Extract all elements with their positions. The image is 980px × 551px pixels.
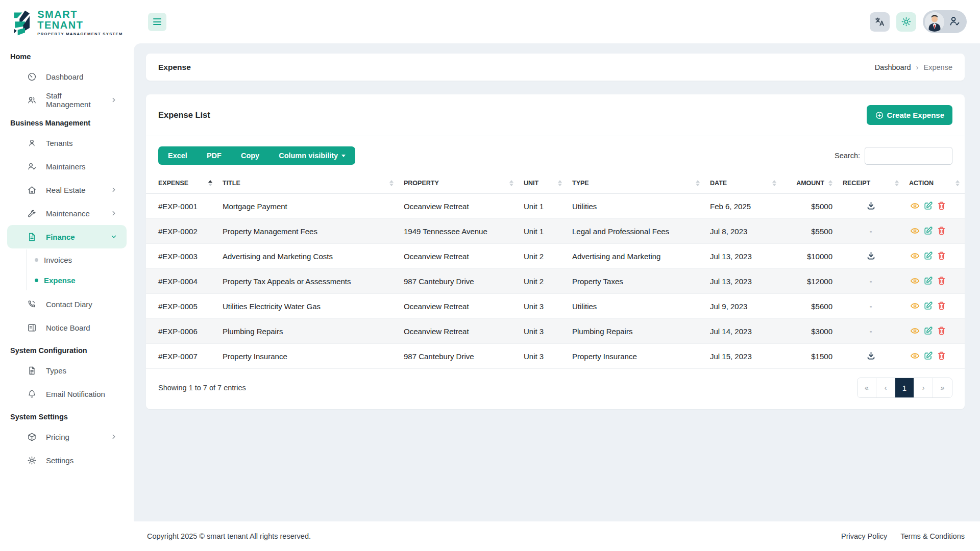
- column-header-title[interactable]: TITLE: [217, 173, 399, 194]
- view-button[interactable]: [909, 300, 921, 312]
- sort-arrows-icon: [208, 180, 212, 186]
- pagination-page-1-button[interactable]: 1: [895, 378, 914, 397]
- column-header-unit[interactable]: UNIT: [519, 173, 567, 194]
- sidebar-item-tenants[interactable]: Tenants: [7, 131, 127, 155]
- edit-button[interactable]: [922, 350, 934, 362]
- delete-button[interactable]: [936, 225, 947, 237]
- hamburger-menu-button[interactable]: [148, 13, 166, 31]
- delete-button[interactable]: [936, 300, 947, 312]
- cell-title: Mortgage Payment: [217, 194, 399, 219]
- column-header-amount[interactable]: AMOUNT: [781, 173, 838, 194]
- sidebar-item-real-estate[interactable]: Real Estate: [7, 178, 127, 202]
- delete-button[interactable]: [936, 275, 947, 287]
- view-button[interactable]: [909, 350, 921, 362]
- edit-button[interactable]: [922, 300, 934, 312]
- profile-menu[interactable]: [923, 10, 967, 33]
- sidebar-item-maintainers[interactable]: Maintainers: [7, 155, 127, 178]
- edit-icon: [923, 201, 933, 211]
- cell-type: Utilities: [567, 294, 705, 319]
- delete-button[interactable]: [936, 250, 947, 262]
- breadcrumb: Dashboard › Expense: [875, 63, 952, 71]
- user-check-icon: [27, 161, 37, 171]
- cell-amount: $10000: [781, 244, 838, 269]
- column-header-label: PROPERTY: [404, 180, 439, 187]
- trash-icon: [937, 226, 946, 236]
- edit-button[interactable]: [922, 250, 934, 262]
- translate-button[interactable]: [870, 12, 890, 32]
- column-header-action[interactable]: ACTION: [904, 173, 965, 194]
- sidebar-item-notice-board[interactable]: Notice Board: [7, 316, 127, 339]
- download-icon: [866, 351, 876, 361]
- sidebar-item-maintenance[interactable]: Maintenance: [7, 202, 127, 225]
- edit-button[interactable]: [922, 325, 934, 337]
- search-input[interactable]: [865, 147, 952, 165]
- sidebar-item-types[interactable]: Types: [7, 359, 127, 382]
- sidebar-item-dashboard[interactable]: Dashboard: [7, 65, 127, 88]
- view-button[interactable]: [909, 325, 921, 337]
- column-header-property[interactable]: PROPERTY: [399, 173, 519, 194]
- edit-button[interactable]: [922, 200, 934, 212]
- sidebar-item-settings[interactable]: Settings: [7, 448, 127, 472]
- sidebar-item-label: Real Estate: [46, 186, 101, 194]
- sidebar-item-label: Contact Diary: [46, 300, 117, 309]
- copy-export-button[interactable]: Copy: [231, 146, 269, 165]
- view-button[interactable]: [909, 250, 921, 262]
- view-button[interactable]: [909, 275, 921, 287]
- pagination-previous-button[interactable]: ‹: [876, 378, 895, 397]
- cell-expense-id: #EXP-0002: [146, 219, 217, 244]
- sidebar-item-contact-diary[interactable]: Contact Diary: [7, 292, 127, 316]
- edit-icon: [923, 251, 933, 261]
- sort-arrows-icon: [772, 180, 776, 186]
- sidebar-item-finance[interactable]: Finance: [7, 225, 127, 248]
- pagination-first-button[interactable]: «: [857, 378, 876, 397]
- pagination-last-button[interactable]: »: [933, 378, 952, 397]
- breadcrumb-dashboard-link[interactable]: Dashboard: [875, 63, 911, 71]
- sidebar-submenu-finance: InvoicesExpense: [27, 249, 134, 290]
- table-toolbar: ExcelPDFCopy Column visibility Search:: [146, 136, 965, 173]
- no-receipt-dash: -: [870, 327, 872, 336]
- avatar: [925, 12, 944, 32]
- cell-type: Property Insurance: [567, 344, 705, 369]
- column-header-label: TYPE: [572, 180, 589, 187]
- eye-icon: [910, 351, 920, 361]
- view-button[interactable]: [909, 225, 921, 237]
- download-receipt-button[interactable]: [865, 350, 877, 362]
- excel-export-button[interactable]: Excel: [158, 146, 197, 165]
- home-icon: [27, 185, 37, 195]
- cell-action: [904, 294, 965, 319]
- settings-topbar-button[interactable]: [896, 12, 916, 32]
- column-header-receipt[interactable]: RECEIPT: [838, 173, 904, 194]
- column-visibility-button[interactable]: Column visibility: [269, 146, 355, 165]
- sidebar-subitem-invoices[interactable]: Invoices: [27, 249, 134, 270]
- column-header-type[interactable]: TYPE: [567, 173, 705, 194]
- trash-icon: [937, 276, 946, 286]
- terms-conditions-link[interactable]: Terms & Conditions: [900, 532, 965, 540]
- column-header-expense[interactable]: EXPENSE: [146, 173, 217, 194]
- phone-icon: [27, 299, 37, 309]
- pagination-next-button[interactable]: ›: [914, 378, 933, 397]
- cell-date: Jul 13, 2023: [705, 269, 781, 294]
- view-button[interactable]: [909, 200, 921, 212]
- column-header-label: ACTION: [909, 180, 934, 187]
- sidebar-item-staff-management[interactable]: Staff Management: [7, 88, 127, 112]
- cell-date: Jul 9, 2023: [705, 294, 781, 319]
- sort-arrows-icon: [696, 180, 700, 186]
- sidebar-nav: HomeDashboardStaff ManagementBusiness Ma…: [0, 43, 134, 474]
- sidebar-item-email-notification[interactable]: Email Notification: [7, 382, 127, 406]
- sidebar-subitem-expense[interactable]: Expense: [27, 270, 134, 290]
- download-receipt-button[interactable]: [865, 200, 877, 212]
- create-expense-button[interactable]: Create Expense: [867, 105, 952, 125]
- wrench-icon: [27, 208, 37, 218]
- column-header-date[interactable]: DATE: [705, 173, 781, 194]
- privacy-policy-link[interactable]: Privacy Policy: [841, 532, 887, 540]
- table-row: #EXP-0006Plumbing RepairsOceanview Retre…: [146, 319, 965, 344]
- sidebar-item-pricing[interactable]: Pricing: [7, 425, 127, 448]
- edit-button[interactable]: [922, 275, 934, 287]
- download-receipt-button[interactable]: [865, 250, 877, 262]
- edit-button[interactable]: [922, 225, 934, 237]
- brand-logo-icon: [11, 10, 33, 36]
- pdf-export-button[interactable]: PDF: [197, 146, 231, 165]
- delete-button[interactable]: [936, 325, 947, 337]
- delete-button[interactable]: [936, 200, 947, 212]
- delete-button[interactable]: [936, 350, 947, 362]
